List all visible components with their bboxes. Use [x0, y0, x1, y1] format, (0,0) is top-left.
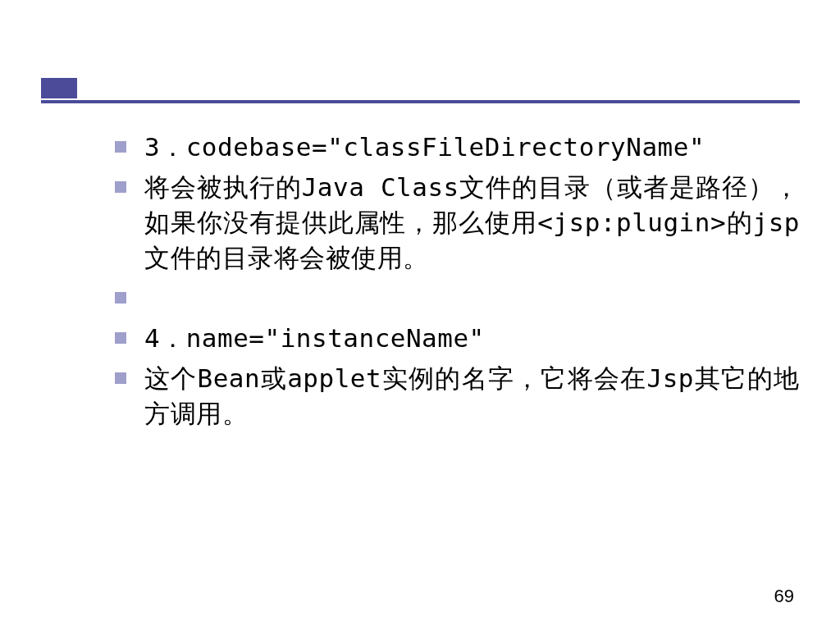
title-decor [41, 78, 800, 104]
list-item-text: 将会被执行的Java Class文件的目录（或者是路径），如果你没有提供此属性，… [144, 170, 800, 276]
bullet-icon [115, 292, 126, 304]
bullet-icon [115, 372, 126, 384]
slide: 3．codebase="classFileDirectoryName" 将会被执… [0, 0, 840, 630]
bullet-icon [115, 181, 126, 193]
decor-line [41, 100, 800, 103]
bullet-icon [115, 332, 126, 344]
list-item: 这个Bean或applet实例的名字，它将会在Jsp其它的地方调用。 [115, 361, 800, 431]
bullet-icon [115, 141, 126, 153]
bullet-list: 3．codebase="classFileDirectoryName" 将会被执… [115, 130, 800, 436]
decor-block [41, 78, 77, 98]
list-item: 4．name="instanceName" [115, 321, 800, 356]
list-item [115, 281, 800, 316]
page-number: 69 [774, 586, 794, 607]
list-item: 将会被执行的Java Class文件的目录（或者是路径），如果你没有提供此属性，… [115, 170, 800, 276]
list-item-text: 3．codebase="classFileDirectoryName" [144, 130, 705, 165]
list-item-text: 4．name="instanceName" [144, 321, 485, 356]
list-item-text: 这个Bean或applet实例的名字，它将会在Jsp其它的地方调用。 [144, 361, 800, 431]
list-item: 3．codebase="classFileDirectoryName" [115, 130, 800, 165]
